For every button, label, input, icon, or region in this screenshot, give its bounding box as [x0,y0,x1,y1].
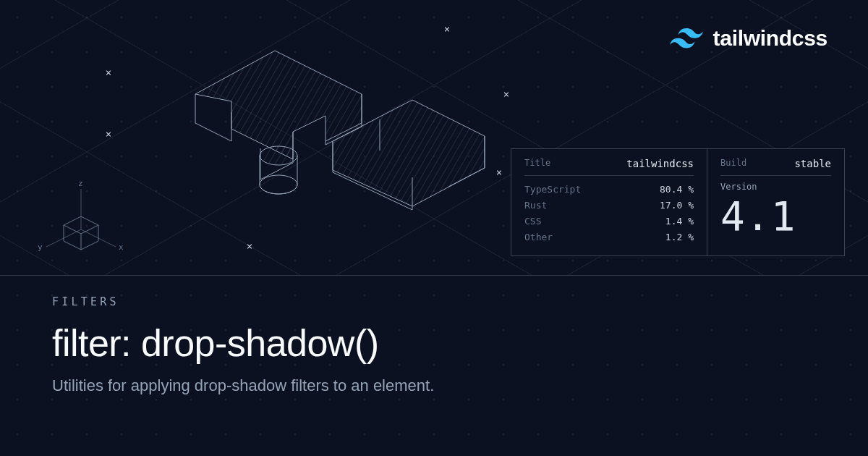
lang-pct: 80.4 % [660,182,694,198]
meta-panel: Title tailwindcss TypeScript80.4 % Rust1… [511,148,845,256]
svg-point-9 [260,146,297,165]
page-eyebrow: FILTERS [52,295,825,308]
tailwind-logo-icon [670,28,703,48]
axis-x-label: x [119,242,124,252]
brand: tailwindcss [670,26,827,51]
meta-build-label: Build [720,158,746,169]
grid-cross-icon: × [106,67,111,78]
meta-version-value: 4.1 [720,196,831,237]
meta-build-value: stable [794,158,831,169]
divider [0,275,868,276]
lang-name: TypeScript [524,182,581,198]
lang-pct: 17.0 % [660,198,694,214]
lang-pct: 1.2 % [665,229,694,245]
lang-name: CSS [524,214,541,229]
axes-gizmo: z x y [38,185,124,266]
page-content: FILTERS filter: drop-shadow() Utilities … [52,295,825,395]
meta-title-label: Title [524,158,550,169]
lang-name: Other [524,229,553,245]
axis-z-label: z [78,179,83,188]
lang-pct: 1.4 % [665,214,694,229]
lang-name: Rust [524,198,547,214]
brand-name: tailwindcss [713,26,827,51]
grid-cross-icon: × [106,128,111,140]
meta-title-col: Title tailwindcss TypeScript80.4 % Rust1… [511,149,707,256]
meta-title-value: tailwindcss [626,158,694,169]
meta-version-label: Version [720,182,831,192]
meta-build-col: Build stable Version 4.1 [707,149,844,256]
hero-isometric-illustration [145,7,521,253]
page-title: filter: drop-shadow() [52,321,825,365]
axis-y-label: y [38,242,43,252]
page-subtitle: Utilities for applying drop-shadow filte… [52,376,825,395]
svg-point-10 [260,175,297,194]
